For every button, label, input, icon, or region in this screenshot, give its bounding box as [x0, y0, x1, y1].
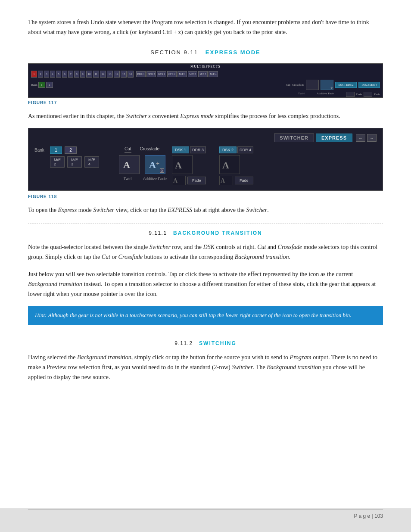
figure-118-image: SWITCHER EXPRESS ← → Bank 1 2 M/E2 M/E3 — [28, 128, 383, 191]
subsection-2-body: Having selected the Background transitio… — [28, 352, 383, 382]
cut-label[interactable]: Cut — [125, 146, 131, 152]
twirl-bottom-label: Twirl — [117, 177, 138, 181]
bank-2-button[interactable]: 2 — [65, 146, 77, 154]
page-number: P a g e | 103 — [354, 513, 383, 519]
me4-button[interactable]: M/E4 — [84, 156, 99, 168]
section-label: SECTION 9.11 — [150, 49, 198, 56]
footer-divider — [28, 509, 383, 510]
dsk1-button[interactable]: DSK 1 — [172, 146, 189, 153]
arrow-left[interactable]: ← — [356, 134, 365, 142]
subsection-1-body-1: Note the quad-selector located between t… — [28, 242, 383, 262]
dsk2-fade-button[interactable]: Fade — [235, 177, 253, 184]
dsk2-fade-icon: A — [219, 176, 233, 185]
subsection-1-body-2: Just below you will see two selectable t… — [28, 269, 383, 299]
hint-text: Hint: Although the gear is not visible i… — [35, 312, 351, 318]
subsection-1-header: 9.11.1 BACKGROUND TRANSITION — [28, 230, 383, 236]
svg-text:A: A — [222, 160, 229, 171]
bank-1-button[interactable]: 1 — [50, 146, 62, 154]
subsection-1-label: 9.11.1 — [149, 230, 167, 236]
body-paragraph-2: To open the Express mode Switcher view, … — [28, 205, 383, 215]
intro-paragraph: The system stores a fresh Undo state whe… — [28, 17, 383, 37]
figure-117-image: MULTIEFFECTS 1 2 3 4 5 6 7 8 9 10 11 12 … — [28, 63, 383, 98]
svg-text:A: A — [175, 160, 182, 171]
tab-switcher[interactable]: SWITCHER — [274, 134, 314, 142]
me2-button[interactable]: M/E2 — [50, 156, 65, 168]
dsk2-group: DSK 2 DDR 4 A A Fade — [219, 146, 262, 185]
dsk2-button[interactable]: DSK 2 — [219, 146, 237, 153]
svg-text:+: + — [156, 160, 159, 167]
dsk2-dropdown[interactable]: DDR 4 — [237, 146, 253, 153]
twirl-icon-box[interactable]: A — [119, 155, 140, 174]
dsk1-icon: A — [172, 155, 193, 174]
tab-bar: SWITCHER EXPRESS — [274, 134, 352, 142]
svg-text:A: A — [149, 159, 156, 170]
me3-button[interactable]: M/E3 — [67, 156, 82, 168]
bank-label: Bank — [34, 148, 47, 152]
divider-2 — [28, 334, 383, 334]
dsk1-fade-icon: A — [172, 176, 186, 185]
subsection-1-title: BACKGROUND TRANSITION — [173, 230, 262, 236]
figure-118-label: FIGURE 118 — [28, 194, 383, 199]
arrow-right[interactable]: → — [367, 134, 377, 142]
dsk1-group: DSK 1 DDR 3 A A Fade — [172, 146, 215, 185]
subsection-2-label: 9.11.2 — [174, 340, 193, 346]
divider-1 — [28, 224, 383, 224]
dsk1-dropdown[interactable]: DDR 3 — [190, 146, 206, 153]
footer-background — [0, 508, 411, 532]
svg-text:A: A — [173, 177, 178, 184]
tab-express[interactable]: EXPRESS — [316, 134, 352, 142]
subsection-2-title: SWITCHING — [199, 340, 237, 346]
svg-text:A: A — [221, 177, 225, 184]
svg-text:A: A — [123, 159, 130, 170]
figure-117-label: FIGURE 117 — [28, 100, 383, 105]
dsk1-fade-button[interactable]: Fade — [187, 177, 206, 184]
section-header: SECTION 9.11 EXPRESS MODE — [28, 49, 383, 56]
body-paragraph-1: As mentioned earlier in this chapter, th… — [28, 111, 383, 121]
page: The system stores a fresh Undo state whe… — [0, 0, 411, 532]
crossfade-label[interactable]: Crossfade — [140, 146, 160, 152]
subsection-2-header: 9.11.2 SWITCHING — [28, 340, 383, 346]
additive-fade-bottom-label: Additive Fade — [143, 177, 167, 181]
additive-fade-icon-box[interactable]: A + ⚙ — [145, 155, 165, 174]
hint-box: Hint: Although the gear is not visible i… — [28, 306, 383, 325]
section-title: EXPRESS MODE — [206, 49, 261, 56]
dsk2-icon: A — [219, 155, 240, 174]
